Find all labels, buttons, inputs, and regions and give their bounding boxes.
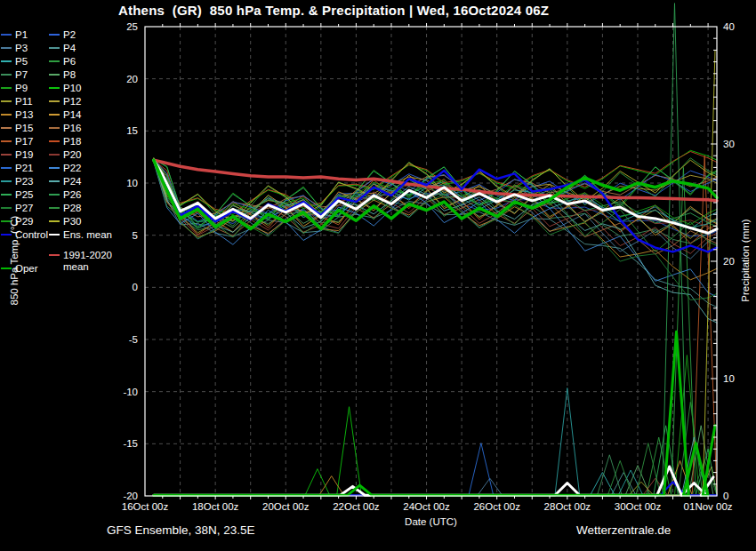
legend-label: P7 [15,69,28,81]
legend-item-ens_mean: Ens. mean [49,229,112,241]
temp-tick-label: -15 [123,438,138,449]
precip-tick-label: 10 [723,373,735,384]
precip-tick-label: 0 [723,491,728,501]
legend-item-p30: P30 [49,216,81,228]
legend-item-p16: P16 [49,123,81,134]
legend-swatch [49,254,60,256]
precip-tick-label: 40 [723,21,735,32]
legend-label: P4 [63,43,76,54]
member-precip-line-p30 [154,50,715,495]
legend-label: P18 [63,136,81,148]
legend-swatch [49,114,60,116]
precip-tick-label: 20 [723,256,735,267]
legend-label: P15 [15,123,33,134]
date-tick-label: 28Oct 00z [544,501,591,512]
legend-swatch [49,220,60,222]
legend-swatch [1,87,12,89]
legend-swatch [1,167,12,169]
legend-swatch [1,114,12,116]
member-precip-line-p25 [154,426,717,496]
page-title: Athens (GR) 850 hPa Temp. & Precipitatio… [118,3,549,18]
legend-label: P10 [63,83,81,94]
member-precip-line-p28 [154,402,717,495]
legend-item-climate: 1991-2020 mean [49,250,112,273]
legend-label: P1 [15,29,28,41]
legend-item-p22: P22 [49,163,81,174]
legend-label: P13 [15,109,33,121]
legend-label: P14 [63,109,81,121]
member-precip-line-p10 [154,407,717,496]
precip-tick-label: 30 [723,139,735,149]
date-tick-label: 24Oct 00z [403,501,450,512]
legend-label: P20 [63,149,81,161]
legend-swatch [1,140,12,142]
legend-label: P17 [15,136,33,148]
legend-swatch [1,34,12,36]
legend-item-p26: P26 [49,189,81,201]
date-tick-label: 18Oct 00z [192,501,239,512]
legend-label: P12 [63,96,81,108]
legend-label: Control [15,229,48,241]
date-tick-label: 30Oct 00z [615,501,662,512]
legend-label: P8 [63,69,76,81]
legend-item-p6: P6 [49,56,76,68]
member-precip-line-p26 [154,4,717,496]
member-precip-line-p21 [154,443,717,496]
legend-item-p2: P2 [49,29,76,41]
legend-label: P6 [63,56,76,68]
legend-swatch [49,34,60,36]
member-precip-line-p19 [154,478,717,495]
legend-swatch [1,74,12,76]
legend-swatch [49,74,60,76]
legend-swatch [49,100,60,102]
legend-item-p17: P17 [1,136,33,148]
legend-label: Ens. mean [63,229,112,241]
legend-label: P2 [63,29,76,41]
legend-item-p24: P24 [49,176,81,188]
temp-tick-label: -10 [123,387,138,397]
legend-label: P11 [15,96,33,108]
precip-axis-label: Precipitation (mm) [740,172,751,349]
temp-tick-label: 15 [126,125,138,136]
legend-label: P19 [15,149,33,161]
member-precip-line-p24 [154,437,717,495]
date-tick-label: 01Nov 00z [684,501,733,512]
legend-item-p8: P8 [49,69,76,81]
legend-label: P26 [63,189,81,201]
legend-item-p14: P14 [49,109,81,121]
temp-axis-label: 850 hPa Temp. (°C) [9,172,20,349]
legend-swatch [49,234,60,236]
chart-root: P1P2P3P4P5P6P7P8P9P10P11P12P13P14P15P16P… [0,0,756,551]
legend-label: P5 [15,56,28,68]
legend-swatch [1,60,12,62]
legend-label: P3 [15,43,28,54]
legend-swatch [49,154,60,156]
legend-item-p13: P13 [1,109,33,121]
legend-swatch [49,140,60,142]
footer-model-info: GFS Ensemble, 38N, 23.5E [107,523,255,537]
legend-item-p20: P20 [49,149,81,161]
legend-item-p12: P12 [49,96,81,108]
ens_mean-precip-line [154,467,713,495]
legend-item-p7: P7 [1,69,28,81]
date-tick-label: 16Oct 00z [122,501,169,512]
member-precip-line-p8 [154,426,717,496]
legend-swatch [49,180,60,182]
legend-item-p11: P11 [1,96,33,108]
date-tick-label: 22Oct 00z [333,501,380,512]
legend-swatch [49,127,60,129]
member-precip-line-p3 [154,478,717,495]
legend-label: P30 [63,216,81,228]
legend-swatch [49,60,60,62]
legend-swatch [1,100,12,102]
legend-item-p19: P19 [1,149,33,161]
plot-frame [145,27,717,496]
footer-brand: Wetterzentrale.de [576,523,671,537]
temp-tick-label: -5 [129,334,138,345]
legend-label: 1991-2020 mean [63,250,112,273]
date-tick-label: 26Oct 00z [473,501,520,512]
temp-tick-label: 0 [133,282,138,292]
legend-item-p1: P1 [1,29,28,41]
temp-tick-label: 20 [126,74,138,84]
legend-label: P24 [63,176,81,188]
